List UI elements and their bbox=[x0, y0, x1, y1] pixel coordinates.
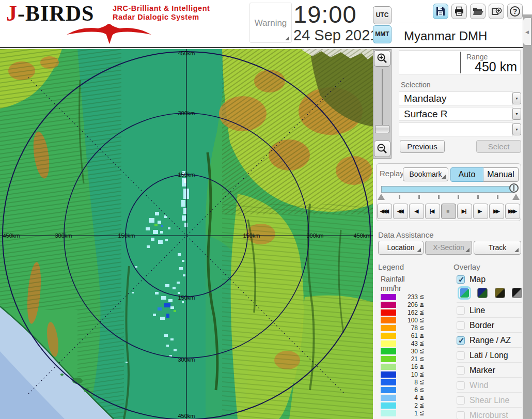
legend-value: 4 bbox=[396, 394, 418, 401]
fast-forward-button[interactable]: ▶▶ bbox=[489, 204, 504, 219]
overlay-item-label: Range / AZ bbox=[470, 336, 511, 345]
warning-button[interactable]: Warning bbox=[249, 3, 292, 43]
zoom-slider-track[interactable] bbox=[382, 69, 383, 125]
legend-swatch bbox=[381, 317, 396, 323]
play-button[interactable]: ▶ bbox=[473, 204, 488, 219]
print-button[interactable] bbox=[451, 4, 467, 19]
overlay-item-range-az[interactable]: Range / AZ bbox=[457, 334, 522, 347]
zoom-slider-handle[interactable] bbox=[375, 125, 389, 133]
bookmark-button[interactable]: Bookmark bbox=[403, 167, 448, 181]
legend-suffix: ≦ bbox=[419, 363, 424, 370]
overlay-item-label: Marker bbox=[470, 366, 495, 375]
overlay-item-marker[interactable]: Marker bbox=[457, 364, 522, 377]
overlay-item-line[interactable]: Line bbox=[457, 304, 522, 317]
slider-start-marker[interactable] bbox=[378, 194, 385, 200]
product-dropdown[interactable]: Surface R bbox=[399, 107, 513, 121]
previous-button[interactable]: Previous bbox=[400, 140, 445, 153]
legend-value: 30 bbox=[396, 348, 418, 355]
legend-value: 206 bbox=[396, 301, 418, 308]
legend-value: 100 bbox=[396, 317, 418, 324]
legend-suffix: ≦ bbox=[419, 379, 424, 385]
auto-button[interactable]: Auto bbox=[450, 167, 483, 182]
station-name: Myanmar DMH bbox=[399, 26, 523, 46]
print-icon bbox=[454, 6, 464, 17]
legend-suffix: ≦ bbox=[419, 293, 424, 300]
replay-slider-track[interactable] bbox=[381, 186, 514, 193]
radar-map[interactable]: 450km 300km 150km 150km 300km 450km 450k… bbox=[0, 49, 373, 419]
site-dropdown-arrow[interactable]: ▼ bbox=[512, 92, 521, 104]
range-value: 450 km bbox=[475, 59, 517, 74]
overlay-item-border[interactable]: Border bbox=[457, 319, 522, 332]
line-checkbox[interactable] bbox=[457, 306, 465, 315]
skip-end-button[interactable]: ▶▶▶ bbox=[505, 204, 520, 219]
jbirds-app: 450km 300km 150km 150km 300km 450km 450k… bbox=[0, 0, 532, 419]
legend-swatch bbox=[381, 371, 396, 378]
replay-slider-handle[interactable] bbox=[509, 183, 519, 193]
option-dropdown[interactable] bbox=[399, 122, 513, 136]
panel-collapse-tab[interactable]: ◀ bbox=[523, 18, 531, 45]
legend-suffix: ≦ bbox=[419, 340, 424, 347]
option-dropdown-arrow[interactable]: ▼ bbox=[512, 123, 521, 135]
overlay-item-label: Map bbox=[470, 275, 486, 284]
legend-row: 162≦ bbox=[381, 308, 424, 316]
step-back-button[interactable]: |◀ bbox=[425, 204, 440, 219]
legend-suffix: ≦ bbox=[419, 402, 424, 409]
step-forward-button[interactable]: ▶| bbox=[457, 204, 472, 219]
range-az-checkbox[interactable] bbox=[457, 336, 465, 345]
overlay-separator bbox=[457, 377, 522, 378]
legend-swatch bbox=[381, 302, 396, 308]
overlay-item-lati-long[interactable]: Lati / Long bbox=[457, 349, 522, 362]
add-image-button[interactable] bbox=[489, 4, 504, 19]
logo-subtitle: JRC-Brilliant & Intelligent Radar Dialog… bbox=[113, 4, 210, 22]
legend-row: 61≦ bbox=[381, 332, 424, 339]
save-button[interactable] bbox=[433, 4, 448, 19]
map-style-swatch-1[interactable] bbox=[459, 288, 470, 298]
legend-value: 21 bbox=[396, 355, 418, 363]
legend-row: 16≦ bbox=[381, 363, 424, 370]
utc-button[interactable]: UTC bbox=[373, 6, 392, 24]
open-folder-button[interactable] bbox=[470, 4, 486, 19]
wind-checkbox bbox=[457, 381, 465, 390]
legend-swatch bbox=[381, 333, 396, 339]
track-button[interactable]: Track bbox=[474, 241, 521, 255]
rewind-button[interactable]: ◀◀ bbox=[393, 204, 408, 219]
marker-checkbox[interactable] bbox=[457, 366, 465, 375]
legend-units: mm/hr bbox=[381, 284, 401, 292]
select-button[interactable]: Select bbox=[476, 140, 521, 153]
skip-start-button[interactable]: ◀◀◀ bbox=[377, 204, 392, 219]
legend-row: 43≦ bbox=[381, 339, 424, 347]
border-checkbox[interactable] bbox=[457, 321, 465, 330]
zoom-out-button[interactable] bbox=[374, 141, 390, 157]
slider-tick bbox=[438, 195, 440, 199]
legend-value: 162 bbox=[396, 309, 418, 316]
legend-swatch bbox=[381, 402, 396, 409]
play-reverse-button[interactable]: ◀ bbox=[409, 204, 424, 219]
location-button[interactable]: Location bbox=[378, 241, 424, 255]
manual-button[interactable]: Manual bbox=[483, 167, 519, 182]
legend-row: 2≦ bbox=[381, 401, 424, 409]
legend-swatch bbox=[381, 340, 396, 347]
map-style-swatch-3[interactable] bbox=[495, 288, 505, 298]
zoom-in-button[interactable] bbox=[374, 50, 390, 67]
map-style-swatch-4[interactable] bbox=[512, 288, 522, 298]
stop-button[interactable]: ■ bbox=[441, 204, 456, 219]
ring-label: 300km bbox=[306, 232, 323, 239]
legend-swatch bbox=[381, 356, 396, 362]
mmt-button[interactable]: MMT bbox=[373, 25, 392, 43]
slider-end-marker[interactable] bbox=[512, 194, 520, 200]
save-icon bbox=[435, 6, 446, 17]
legend-value: 8 bbox=[396, 379, 418, 386]
legend-suffix: ≦ bbox=[419, 410, 424, 416]
add-image-icon bbox=[491, 6, 502, 17]
legend-suffix: ≦ bbox=[419, 355, 424, 362]
product-dropdown-arrow[interactable]: ▼ bbox=[512, 108, 521, 120]
x-section-button[interactable]: X-Section bbox=[425, 241, 472, 255]
ring-label: 150km bbox=[178, 172, 195, 178]
overlay-item-map[interactable]: Map bbox=[457, 273, 522, 286]
legend-swatch bbox=[381, 410, 396, 416]
map-checkbox[interactable] bbox=[457, 275, 465, 284]
site-dropdown[interactable]: Mandalay bbox=[399, 91, 513, 105]
help-button[interactable]: ? bbox=[507, 4, 523, 19]
map-style-swatch-2[interactable] bbox=[477, 288, 488, 298]
lati-long-checkbox[interactable] bbox=[457, 351, 465, 360]
